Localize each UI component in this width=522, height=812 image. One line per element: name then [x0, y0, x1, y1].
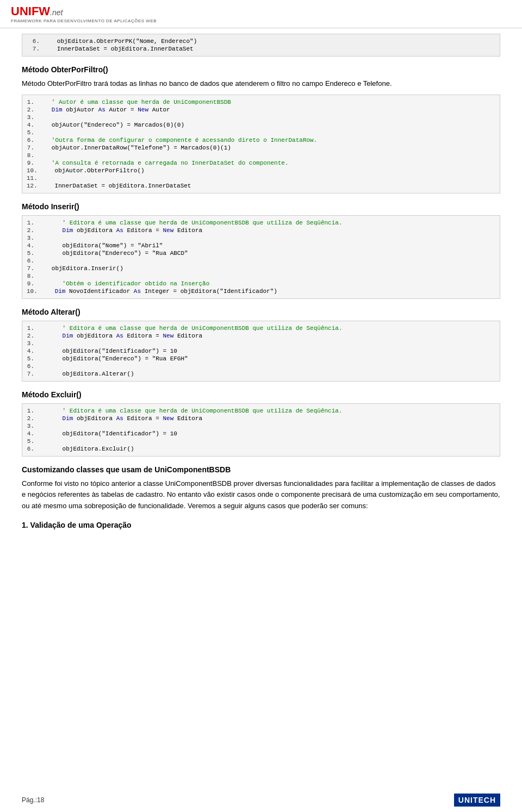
section-title-obter: Método ObterPorFiltro() — [22, 65, 500, 74]
section-desc-obter: Método ObterPorFiltro trará todas as lin… — [22, 78, 500, 89]
code-line: 3. — [22, 422, 500, 430]
subsection-title-validacao: 1. Validação de uma Operação — [22, 521, 500, 529]
page-footer: Pág.:18 UNITECH — [0, 794, 522, 807]
code-line: 1. ' Editora é uma classe que herda de U… — [22, 219, 500, 227]
logo-tagline: FRAMEWORK PARA DESENVOLVIMENTO DE APLICA… — [11, 18, 157, 23]
code-line: 6. objEditora.ObterPorPK("Nome, Endereco… — [28, 38, 494, 45]
code-line: 3. — [22, 340, 500, 347]
code-line: 7. objAutor.InnerDataRow("Telefone") = M… — [22, 144, 500, 152]
code-line: 2. Dim objEditora As Editora = New Edito… — [22, 415, 500, 422]
code-line: 7. objEditora.Inserir() — [22, 265, 500, 272]
code-line: 9. 'Obtém o identificador obtido na Inse… — [22, 280, 500, 288]
code-line: 8. — [22, 272, 500, 280]
code-line: 10. Dim NovoIdentificador As Integer = o… — [22, 288, 500, 295]
code-block-excluir: 1. ' Editora é uma classe que herda de U… — [22, 403, 500, 457]
code-line: 3. — [22, 114, 500, 121]
code-line: 2. Dim objEditora As Editora = New Edito… — [22, 227, 500, 234]
code-block-obter: 1. ' Autor é uma classe que herda de Uni… — [22, 95, 500, 193]
code-line: 12. InnerDataSet = objEditora.InnerDataS… — [22, 182, 500, 190]
code-line: 5. — [22, 129, 500, 136]
code-block-inserir: 1. ' Editora é uma classe que herda de U… — [22, 215, 500, 299]
code-line: 6. — [22, 363, 500, 370]
logo-top: UNIFW .net — [11, 4, 157, 18]
main-content: 6. objEditora.ObterPorPK("Nome, Endereco… — [0, 28, 522, 566]
body-text-customizando: Conforme foi visto no tópico anterior a … — [22, 478, 500, 512]
code-line: 11. — [22, 174, 500, 182]
code-line: 1. ' Autor é uma classe que herda de Uni… — [22, 98, 500, 106]
code-line: 4. objAutor("Endereco") = Marcados(0)(0) — [22, 121, 500, 129]
code-line: 6. — [22, 257, 500, 265]
section-title-excluir: Método Excluir() — [22, 390, 500, 399]
code-line: 8. — [22, 152, 500, 159]
page-number: Pág.:18 — [22, 796, 44, 804]
code-line: 2. Dim objEditora As Editora = New Edito… — [22, 332, 500, 340]
section-title-customizando: Customizando classes que usam de UniComp… — [22, 465, 500, 474]
code-line: 3. — [22, 234, 500, 242]
unitech-logo-text: UNITECH — [454, 794, 500, 807]
footer-logo: UNITECH — [454, 794, 500, 807]
code-line: 7. objEditora.Alterar() — [22, 370, 500, 378]
code-line: 4. objEditora("Identificador") = 10 — [22, 347, 500, 355]
section-title-inserir: Método Inserir() — [22, 202, 500, 211]
code-line: 6. 'Outra forma de configurar o componen… — [22, 136, 500, 144]
code-line: 4. objEditora("Identificador") = 10 — [22, 430, 500, 438]
logo-net: .net — [50, 8, 63, 17]
code-line: 5. — [22, 438, 500, 445]
code-line: 9. 'A consulta é retornada e carregada n… — [22, 159, 500, 167]
code-line: 5. objEditora("Endereco") = "Rua ABCD" — [22, 249, 500, 257]
code-line: 4. objEditora("Nome") = "Abril" — [22, 242, 500, 249]
code-line: 1. ' Editora é uma classe que herda de U… — [22, 407, 500, 415]
code-line: 5. objEditora("Endereco") = "Rua EFGH" — [22, 355, 500, 363]
logo-area: UNIFW .net FRAMEWORK PARA DESENVOLVIMENT… — [11, 4, 157, 23]
code-line: 7. InnerDataSet = objEditora.InnerDataSe… — [28, 45, 494, 53]
code-block-alterar: 1. ' Editora é uma classe que herda de U… — [22, 321, 500, 382]
page-header: UNIFW .net FRAMEWORK PARA DESENVOLVIMENT… — [0, 0, 522, 28]
section-title-alterar: Método Alterar() — [22, 308, 500, 316]
logo-unifw: UNIFW — [11, 4, 50, 18]
top-code-block: 6. objEditora.ObterPorPK("Nome, Endereco… — [22, 34, 500, 57]
code-line: 6. objEditora.Excluir() — [22, 445, 500, 453]
code-line: 10. objAutor.ObterPorFiltro() — [22, 167, 500, 174]
code-line: 1. ' Editora é uma classe que herda de U… — [22, 324, 500, 332]
code-line: 2. Dim objAutor As Autor = New Autor — [22, 106, 500, 114]
